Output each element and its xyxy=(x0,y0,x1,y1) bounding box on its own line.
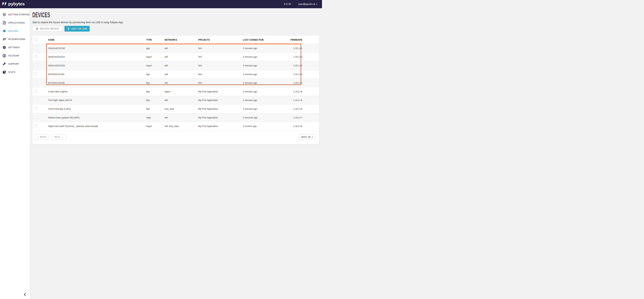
row-checkbox[interactable] xyxy=(34,124,37,127)
table-body: 30AEA42CEC4CgpywifiN/A2 minutes ago1.20.… xyxy=(32,44,319,130)
table-row: Crater-lake (sigfox)fipysigfoxMy First A… xyxy=(32,87,319,96)
row-checkbox[interactable] xyxy=(34,55,37,58)
cell-projects: N/A xyxy=(198,64,243,67)
cell-last-connection: 2 seconds ago xyxy=(243,116,284,119)
cell-device-name[interactable]: Sigfox-test (with Pysense) - [pastoor pe… xyxy=(48,125,146,128)
sidebar-item-getting-started[interactable]: GETTING STARTED xyxy=(0,10,30,19)
row-checkbox[interactable] xyxy=(34,116,37,119)
cell-projects: N/A xyxy=(198,47,243,50)
cell-firmware: 1.18.2.r6 xyxy=(284,99,319,102)
toolbar: DELETE DEVICE ADD VIA USB xyxy=(32,26,322,32)
column-header-name: NAME xyxy=(48,38,146,41)
cell-type: gpy xyxy=(146,47,164,50)
user-menu[interactable]: user@pycom.io xyxy=(298,3,317,5)
cell-networks: wifi xyxy=(164,82,198,84)
row-checkbox-cell xyxy=(32,55,48,58)
table-row: 30AEA42D32A4lopy4wifiN/A3 minutes ago1.2… xyxy=(32,53,319,62)
cell-type: lopy4 xyxy=(146,125,164,128)
usb-icon xyxy=(67,27,70,31)
row-checkbox[interactable] xyxy=(34,81,37,84)
cell-device-name[interactable]: 30AEA42D32A4 xyxy=(48,56,146,58)
row-checkbox[interactable] xyxy=(34,107,37,110)
cell-projects: N/A xyxy=(198,82,243,84)
chip-icon xyxy=(2,29,6,33)
cell-last-connection: 2 months ago xyxy=(243,125,284,128)
items-per-page-label: Items: 30 xyxy=(301,136,310,138)
cell-type: fipy xyxy=(146,99,164,102)
cell-networks: lora_otaa xyxy=(164,108,198,110)
cell-device-name[interactable]: 807D3AC322A8 xyxy=(48,82,146,84)
user-icon xyxy=(2,54,6,58)
cell-projects: My First Application xyxy=(198,108,243,110)
cell-firmware: 1.20.1.r0 xyxy=(284,64,319,67)
sidebar-item-label: SUPPORT xyxy=(8,62,19,65)
cell-device-name[interactable]: 30AEA42CEC4C xyxy=(48,47,146,50)
cell-device-name[interactable]: Fresh-new-fipy (LoRa) xyxy=(48,108,146,110)
sidebar-item-support[interactable]: SUPPORT xyxy=(0,60,30,68)
add-via-usb-button[interactable]: ADD VIA USB xyxy=(64,26,90,32)
devices-page: DEVICES Start to explore the Pycom devic… xyxy=(30,8,322,144)
balance: € 0.76 xyxy=(284,3,291,5)
next-button[interactable]: NEXT → xyxy=(51,134,66,140)
sidebar-item-settings[interactable]: SETTINGS xyxy=(0,43,30,52)
row-checkbox-cell xyxy=(32,81,48,84)
row-checkbox[interactable] xyxy=(34,72,37,76)
cell-networks: wifi xyxy=(164,73,198,76)
cell-device-name[interactable]: First flight sigfox (Wi-Fi) xyxy=(48,99,146,102)
cell-firmware: 1.20.1.r0 xyxy=(284,73,319,76)
cell-last-connection: 2 minutes ago xyxy=(243,82,284,84)
sidebar-item-label: SETTINGS xyxy=(8,46,20,49)
sidebar-item-label: INTEGRATIONS xyxy=(8,38,25,40)
sidebar-item-devices[interactable]: DEVICES xyxy=(0,27,30,35)
cell-type: fipy xyxy=(146,73,164,76)
column-header-firmware: FIRMWARE xyxy=(284,38,319,41)
sidebar-item-label: STATS xyxy=(8,71,15,73)
cell-device-name[interactable]: 30AEA42D32D8 xyxy=(48,64,146,67)
cell-projects: My First Application xyxy=(198,90,243,93)
user-email: user@pycom.io xyxy=(298,3,315,5)
cell-device-name[interactable]: 807D3AC31340 xyxy=(48,73,146,76)
row-checkbox[interactable] xyxy=(34,64,37,67)
cell-projects: N/A xyxy=(198,73,243,76)
pagination: ← BACK NEXT → Items: 30 xyxy=(32,130,319,144)
sidebar-item-label: APPLICATIONS xyxy=(8,22,25,24)
delete-device-button[interactable]: DELETE DEVICE xyxy=(32,26,62,32)
sidebar-item-label: ACCOUNT xyxy=(8,54,20,57)
select-all-checkbox[interactable] xyxy=(34,38,37,41)
sidebar-item-applications[interactable]: APPLICATIONS xyxy=(0,19,30,27)
items-per-page-dropdown[interactable]: Items: 30 xyxy=(299,134,315,140)
cell-networks: wifi xyxy=(164,56,198,58)
pycom-logo-icon xyxy=(2,2,7,6)
sidebar-nav: GETTING STARTEDAPPLICATIONSDEVICESINTEGR… xyxy=(0,8,30,76)
cell-networks: wifi xyxy=(164,99,198,102)
cell-device-name[interactable]: Reboot [new pybytes lib] (WiFi) xyxy=(48,116,146,119)
cell-device-name[interactable]: Crater-lake (sigfox) xyxy=(48,90,146,93)
table-header-row: NAMETYPENETWORKSPROJECTSLAST CONNECTIONF… xyxy=(32,36,319,44)
cell-firmware: 1.20.1.r0 xyxy=(284,47,319,50)
wrench-icon xyxy=(2,62,6,66)
caret-down-icon xyxy=(316,3,317,5)
sidebar-item-account[interactable]: ACCOUNT xyxy=(0,52,30,60)
pie-chart-icon xyxy=(2,70,6,74)
row-checkbox[interactable] xyxy=(34,98,37,101)
column-header-last-connection: LAST CONNECTION xyxy=(243,38,284,41)
column-header-type: TYPE xyxy=(146,38,164,41)
cell-networks: sigfox xyxy=(164,90,198,93)
cell-type: fipy xyxy=(146,82,164,84)
add-via-usb-label: ADD VIA USB xyxy=(71,27,87,30)
sidebar-item-integrations[interactable]: INTEGRATIONS xyxy=(0,35,30,43)
table-row: First flight sigfox (Wi-Fi)fipywifiMy Fi… xyxy=(32,96,319,105)
table-row: 807D3AC31340fipywifiN/A2 minutes ago1.20… xyxy=(32,70,319,79)
back-button[interactable]: ← BACK xyxy=(34,134,49,140)
row-checkbox[interactable] xyxy=(34,90,37,93)
cell-firmware: 1.18.2.r6 xyxy=(284,125,319,128)
cell-last-connection: 3 minutes ago xyxy=(243,56,284,58)
row-checkbox-cell xyxy=(32,116,48,119)
sidebar-item-stats[interactable]: STATS xyxy=(0,68,30,76)
table-row: 807D3AC322A8fipywifiN/A2 minutes ago1.20… xyxy=(32,78,319,87)
topbar: pybytes € 0.76 user@pycom.io xyxy=(0,0,322,8)
row-checkbox[interactable] xyxy=(34,46,37,49)
page-subtitle: Start to explore the Pycom devices by pr… xyxy=(32,21,322,24)
sidebar: GETTING STARTEDAPPLICATIONSDEVICESINTEGR… xyxy=(0,8,30,150)
sidebar-item-label: GETTING STARTED xyxy=(8,13,30,16)
